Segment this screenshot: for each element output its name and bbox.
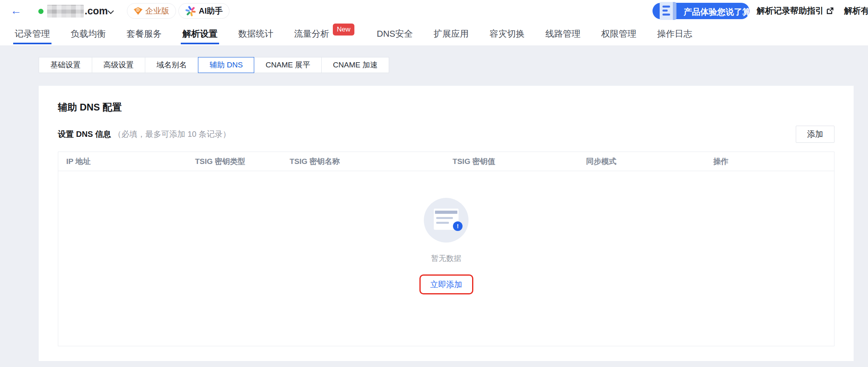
nav-tab-plans[interactable]: 套餐服务: [126, 22, 162, 45]
nav-tab-dns-security[interactable]: DNS安全: [376, 22, 413, 45]
new-badge: New: [333, 24, 354, 36]
nav-tab-traffic-analysis-label: 流量分析: [294, 28, 329, 40]
nav-tab-traffic-analysis[interactable]: 流量分析 New: [293, 22, 357, 45]
empty-state-text: 暂无数据: [431, 253, 461, 264]
chevron-down-icon[interactable]: [108, 8, 114, 14]
nav-tab-disaster-recovery[interactable]: 容灾切换: [488, 22, 525, 45]
external-link-icon: [826, 7, 834, 15]
secondary-dns-panel: 辅助 DNS 配置 设置 DNS 信息 （必填，最多可添加 10 条记录） 添加…: [39, 86, 854, 361]
nav-tab-permissions[interactable]: 权限管理: [600, 22, 637, 45]
dns-records-table: IP 地址 TSIG 密钥类型 TSIG 密钥名称 TSIG 密钥值 同步模式 …: [58, 152, 834, 346]
subtab-basic-settings[interactable]: 基础设置: [39, 57, 92, 73]
page-title: 辅助 DNS 配置: [58, 101, 834, 114]
gem-icon: D: [134, 7, 142, 15]
empty-data-icon: !: [424, 198, 469, 243]
pinwheel-icon: [185, 6, 196, 16]
nav-tab-statistics[interactable]: 数据统计: [237, 22, 274, 45]
add-button[interactable]: 添加: [796, 126, 834, 143]
domain-name-redacted[interactable]: [47, 5, 84, 18]
domain-suffix[interactable]: .com: [85, 5, 108, 17]
dns-info-section-header: 设置 DNS 信息 （必填，最多可添加 10 条记录） 添加: [58, 126, 834, 143]
settings-subtabs: 基础设置 高级设置 域名别名 辅助 DNS CNAME 展平 CNAME 加速: [39, 57, 389, 73]
nav-tab-extensions[interactable]: 扩展应用: [433, 22, 469, 45]
column-tsig-key-value: TSIG 密钥值: [445, 156, 578, 167]
add-now-label: 立即添加: [430, 279, 462, 290]
content-area: 基础设置 高级设置 域名别名 辅助 DNS CNAME 展平 CNAME 加速 …: [0, 46, 868, 367]
scroll-icon: [658, 1, 677, 21]
feedback-button[interactable]: 产品体验您说了算: [652, 3, 749, 19]
help-guide-link[interactable]: 解析记录帮助指引: [757, 5, 834, 16]
ai-assistant-label: AI助手: [199, 6, 223, 16]
alert-badge-icon: !: [453, 221, 463, 231]
back-arrow-icon[interactable]: ←: [10, 5, 22, 17]
empty-state: ! 暂无数据 立即添加: [58, 171, 834, 346]
nav-tab-operation-logs[interactable]: 操作日志: [656, 22, 693, 45]
main-nav: 记录管理 负载均衡 套餐服务 解析设置 数据统计 流量分析 New DNS安全 …: [0, 22, 868, 46]
nav-tab-load-balancing[interactable]: 负载均衡: [70, 22, 107, 45]
column-actions: 操作: [705, 156, 834, 167]
domain-status-dot: [38, 9, 43, 14]
ai-assistant-button[interactable]: AI助手: [178, 3, 229, 19]
nav-tab-line-management[interactable]: 线路管理: [544, 22, 581, 45]
issue-link-label: 解析有问题?: [844, 5, 868, 16]
dns-info-label: 设置 DNS 信息: [58, 129, 111, 140]
column-sync-mode: 同步模式: [578, 156, 705, 167]
topbar-links: 解析记录帮助指引 解析有问题?: [757, 5, 868, 16]
dns-info-hint: （必填，最多可添加 10 条记录）: [113, 129, 230, 140]
help-guide-label: 解析记录帮助指引: [757, 5, 824, 16]
issue-link[interactable]: 解析有问题?: [844, 5, 868, 16]
subtab-advanced-settings[interactable]: 高级设置: [92, 57, 145, 73]
column-ip-address: IP 地址: [58, 156, 187, 167]
feedback-button-label: 产品体验您说了算: [684, 6, 751, 18]
nav-tab-records[interactable]: 记录管理: [14, 22, 51, 45]
table-header-row: IP 地址 TSIG 密钥类型 TSIG 密钥名称 TSIG 密钥值 同步模式 …: [58, 152, 834, 171]
subtab-cname-acceleration[interactable]: CNAME 加速: [321, 57, 389, 73]
subtab-cname-flattening[interactable]: CNAME 展平: [254, 57, 322, 73]
topbar: ← .com D 企业版 AI助手 产品体验您说了算 解析记录帮助指引: [0, 0, 868, 22]
subtab-domain-alias[interactable]: 域名别名: [145, 57, 198, 73]
nav-tab-resolution-settings[interactable]: 解析设置: [182, 22, 218, 45]
enterprise-badge-label: 企业版: [145, 6, 169, 16]
column-tsig-key-name: TSIG 密钥名称: [282, 156, 445, 167]
enterprise-badge[interactable]: D 企业版: [127, 3, 176, 19]
subtab-secondary-dns[interactable]: 辅助 DNS: [198, 57, 254, 73]
add-now-button-highlighted[interactable]: 立即添加: [419, 274, 473, 294]
column-tsig-key-type: TSIG 密钥类型: [187, 156, 282, 167]
